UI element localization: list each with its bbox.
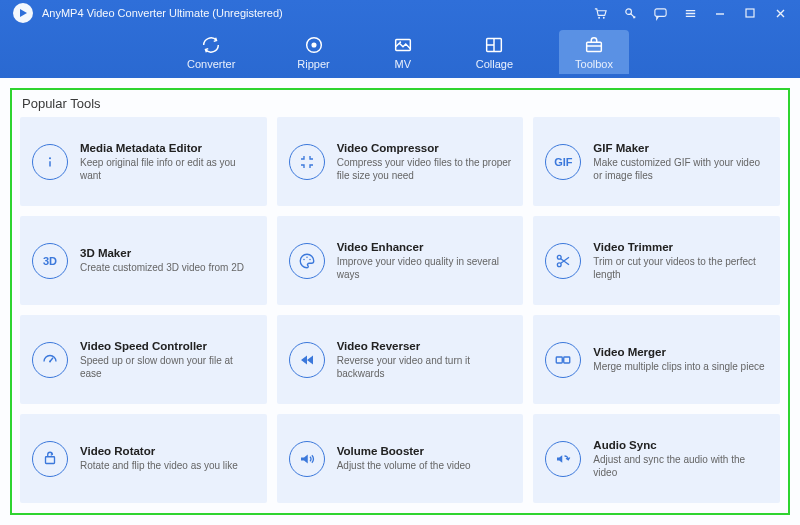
tool-3d-maker[interactable]: 3D 3D Maker Create customized 3D video f…: [20, 216, 267, 305]
menu-icon[interactable]: [682, 5, 698, 21]
svg-point-14: [306, 256, 308, 258]
tool-video-compressor[interactable]: Video Compressor Compress your video fil…: [277, 117, 524, 206]
tool-title: Video Compressor: [337, 142, 512, 154]
tool-video-enhancer[interactable]: Video Enhancer Improve your video qualit…: [277, 216, 524, 305]
tool-desc: Merge multiple clips into a single piece: [593, 360, 768, 373]
tool-title: Video Reverser: [337, 340, 512, 352]
app-logo-icon: [10, 0, 36, 26]
svg-rect-21: [46, 456, 55, 463]
cart-icon[interactable]: [592, 5, 608, 21]
palette-icon: [289, 243, 325, 279]
tools-grid: Media Metadata Editor Keep original file…: [20, 117, 780, 503]
svg-rect-5: [746, 9, 754, 17]
tool-desc: Rotate and flip the video as you like: [80, 459, 255, 472]
maximize-button[interactable]: [742, 5, 758, 21]
svg-point-13: [303, 258, 305, 260]
tab-mv[interactable]: MV: [376, 30, 430, 74]
app-window: AnyMP4 Video Converter Ultimate (Unregis…: [0, 0, 800, 525]
compress-icon: [289, 144, 325, 180]
tool-desc: Keep original file info or edit as you w…: [80, 156, 255, 182]
tool-title: Video Enhancer: [337, 241, 512, 253]
mv-icon: [392, 34, 414, 56]
tab-label: Toolbox: [575, 58, 613, 70]
svg-point-7: [312, 43, 316, 47]
app-title: AnyMP4 Video Converter Ultimate (Unregis…: [42, 7, 283, 19]
tool-title: Video Trimmer: [593, 241, 768, 253]
tool-desc: Compress your video files to the proper …: [337, 156, 512, 182]
tab-converter[interactable]: Converter: [171, 30, 251, 74]
ripper-icon: [303, 34, 325, 56]
svg-point-16: [558, 255, 562, 259]
tool-title: Video Rotator: [80, 445, 255, 457]
svg-point-9: [399, 41, 401, 43]
tool-audio-sync[interactable]: Audio Sync Adjust and sync the audio wit…: [533, 414, 780, 503]
tool-volume-booster[interactable]: Volume Booster Adjust the volume of the …: [277, 414, 524, 503]
collage-icon: [483, 34, 505, 56]
svg-point-15: [309, 258, 311, 260]
popular-tools-panel: Popular Tools Media Metadata Editor Keep…: [10, 88, 790, 515]
svg-point-18: [49, 360, 51, 362]
tab-label: Ripper: [297, 58, 329, 70]
header: AnyMP4 Video Converter Ultimate (Unregis…: [0, 0, 800, 78]
svg-point-17: [558, 262, 562, 266]
svg-rect-19: [557, 357, 563, 363]
svg-point-2: [602, 16, 604, 18]
converter-icon: [200, 34, 222, 56]
svg-rect-11: [587, 42, 602, 51]
svg-rect-4: [654, 8, 665, 16]
body: Popular Tools Media Metadata Editor Keep…: [0, 78, 800, 525]
sync-icon: [545, 441, 581, 477]
volume-icon: [289, 441, 325, 477]
svg-point-12: [49, 157, 51, 159]
key-icon[interactable]: [622, 5, 638, 21]
rotate-icon: [32, 441, 68, 477]
tool-media-metadata-editor[interactable]: Media Metadata Editor Keep original file…: [20, 117, 267, 206]
panel-heading: Popular Tools: [20, 94, 780, 117]
tab-collage[interactable]: Collage: [460, 30, 529, 74]
tab-label: Converter: [187, 58, 235, 70]
tool-desc: Speed up or slow down your file at ease: [80, 354, 255, 380]
tool-desc: Reverse your video and turn it backwards: [337, 354, 512, 380]
tool-desc: Make customized GIF with your video or i…: [593, 156, 768, 182]
chat-icon[interactable]: [652, 5, 668, 21]
titlebar: AnyMP4 Video Converter Ultimate (Unregis…: [0, 0, 800, 26]
tool-video-merger[interactable]: Video Merger Merge multiple clips into a…: [533, 315, 780, 404]
tab-label: MV: [394, 58, 411, 70]
toolbox-icon: [583, 34, 605, 56]
gif-icon: GIF: [545, 144, 581, 180]
tool-video-speed-controller[interactable]: Video Speed Controller Speed up or slow …: [20, 315, 267, 404]
tool-desc: Trim or cut your videos to the perfect l…: [593, 255, 768, 281]
tool-title: GIF Maker: [593, 142, 768, 154]
tool-gif-maker[interactable]: GIF GIF Maker Make customized GIF with y…: [533, 117, 780, 206]
speed-icon: [32, 342, 68, 378]
tool-title: Video Merger: [593, 346, 768, 358]
tool-desc: Adjust and sync the audio with the video: [593, 453, 768, 479]
tool-video-trimmer[interactable]: Video Trimmer Trim or cut your videos to…: [533, 216, 780, 305]
tool-video-reverser[interactable]: Video Reverser Reverse your video and tu…: [277, 315, 524, 404]
tool-title: Video Speed Controller: [80, 340, 255, 352]
info-icon: [32, 144, 68, 180]
svg-rect-20: [564, 357, 570, 363]
merge-icon: [545, 342, 581, 378]
tool-title: 3D Maker: [80, 247, 255, 259]
tab-toolbox[interactable]: Toolbox: [559, 30, 629, 74]
tool-video-rotator[interactable]: Video Rotator Rotate and flip the video …: [20, 414, 267, 503]
minimize-button[interactable]: [712, 5, 728, 21]
titlebar-actions: [592, 5, 792, 21]
main-tabs: Converter Ripper MV Collage: [0, 26, 800, 78]
tool-title: Media Metadata Editor: [80, 142, 255, 154]
scissors-icon: [545, 243, 581, 279]
tool-title: Audio Sync: [593, 439, 768, 451]
tool-title: Volume Booster: [337, 445, 512, 457]
3d-icon: 3D: [32, 243, 68, 279]
tool-desc: Improve your video quality in several wa…: [337, 255, 512, 281]
tab-ripper[interactable]: Ripper: [281, 30, 345, 74]
svg-point-1: [598, 16, 600, 18]
tool-desc: Create customized 3D video from 2D: [80, 261, 255, 274]
tool-desc: Adjust the volume of the video: [337, 459, 512, 472]
close-button[interactable]: [772, 5, 788, 21]
tab-label: Collage: [476, 58, 513, 70]
rewind-icon: [289, 342, 325, 378]
